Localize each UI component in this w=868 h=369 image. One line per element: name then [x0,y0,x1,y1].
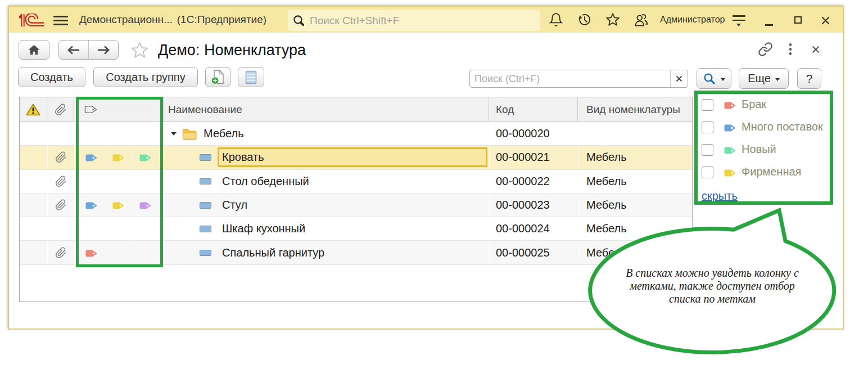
history-button[interactable] [577,7,592,33]
column-separator [47,122,48,145]
header-code-column[interactable]: Код [489,97,578,122]
column-separator [74,146,75,169]
item-icon [200,202,211,209]
column-separator [74,122,75,145]
star-icon [605,12,621,28]
column-separator [164,241,164,264]
column-separator [489,146,490,169]
global-search-input[interactable]: Поиск Ctrl+Shift+F [288,10,540,31]
minimize-button[interactable] [765,24,773,26]
hamburger-menu-icon[interactable] [53,16,68,25]
attachment-cell [47,170,74,193]
more-button[interactable]: Еще [739,68,789,89]
service-menu-icon[interactable] [733,15,745,26]
tree-expander-icon[interactable] [171,132,177,136]
back-arrow-icon [67,46,80,55]
bell-icon [549,12,563,27]
list-search-placeholder: Поиск (Ctrl+F) [474,73,670,85]
item-code: 00-000023 [496,194,550,217]
column-separator [489,122,490,145]
item-type: Мебель [586,146,627,169]
group-name: Мебель [204,122,244,145]
column-separator [489,241,490,264]
column-separator [489,194,490,217]
column-separator [74,170,75,193]
copy-item-button[interactable] [205,67,230,87]
favorites-button[interactable] [605,7,621,33]
column-separator [578,170,578,193]
notifications-button[interactable] [548,7,563,33]
more-actions-kebab[interactable] [788,43,793,55]
create-group-button[interactable]: Создать группу [93,67,198,87]
column-separator [164,217,164,240]
form-close-button[interactable] [812,46,820,53]
column-separator [47,217,48,240]
list-search-input[interactable]: Поиск (Ctrl+F) [469,70,688,88]
help-button[interactable]: ? [797,68,821,89]
header-warning-column[interactable] [20,97,47,122]
link-icon[interactable] [758,42,773,57]
attachment-cell [47,146,74,169]
item-name: Спальный гарнитур [222,241,324,264]
window-close-button[interactable] [821,16,830,25]
discussions-button[interactable] [632,7,650,33]
warning-icon [25,103,41,116]
attachment-cell [47,241,74,264]
find-magnifier-icon [703,72,716,86]
item-type: Мебель [586,170,627,193]
annotation-text: В списках можно увидеть колонку с меткам… [611,267,813,305]
column-separator [74,217,75,240]
dropdown-arrow-icon [775,78,780,81]
column-separator [164,170,164,193]
history-icon [577,12,592,27]
column-separator [74,194,75,217]
item-code: 00-000021 [496,146,550,169]
header-type-column[interactable]: Вид номенклатуры [578,97,693,122]
item-code: 00-000020 [496,122,550,145]
paperclip-icon [55,199,67,211]
annotation-box-filter-panel [694,91,833,205]
search-clear-button[interactable] [670,70,688,87]
paperclip-icon [55,176,67,187]
paperclip-icon [55,104,67,116]
global-search-placeholder: Поиск Ctrl+Shift+F [310,15,399,27]
item-icon [200,250,211,256]
item-icon [200,178,211,185]
forward-button[interactable] [89,40,118,59]
home-button[interactable] [19,40,49,60]
forward-arrow-icon [97,46,110,55]
column-separator [74,241,75,264]
users-icon [633,12,649,28]
item-name: Кровать [222,146,264,169]
back-button[interactable] [59,40,89,59]
list-settings-button[interactable] [238,67,264,87]
paperclip-icon [55,247,67,259]
dropdown-arrow-icon [721,78,725,81]
app-title: Демонстрационн... (1С:Предприятие) [79,7,266,33]
column-separator [164,146,164,169]
favorite-star-icon[interactable] [130,40,150,60]
find-button[interactable] [697,68,731,89]
item-code: 00-000025 [496,241,550,264]
column-separator [578,122,578,145]
create-button[interactable]: Создать [18,67,85,87]
item-code: 00-000024 [496,217,550,240]
item-code: 00-000022 [496,170,550,193]
new-document-icon [211,69,225,85]
annotation-box-tags-column [76,97,163,267]
header-name-column[interactable]: Наименование [164,97,489,122]
attachment-cell [47,194,74,217]
1c-logo [19,14,45,27]
current-user[interactable]: Администратор [660,7,725,33]
column-separator [489,170,490,193]
folder-icon [182,128,197,140]
column-separator [489,217,490,240]
titlebar: Демонстрационн... (1С:Предприятие) Поиск… [8,7,843,33]
column-separator [164,122,164,145]
maximize-button[interactable] [794,16,802,24]
item-name: Стул [222,194,247,217]
paperclip-icon [55,151,67,163]
screen: Демонстрационн... (1С:Предприятие) Поиск… [0,0,868,369]
header-clip-column[interactable] [47,97,74,122]
item-icon [200,226,211,232]
